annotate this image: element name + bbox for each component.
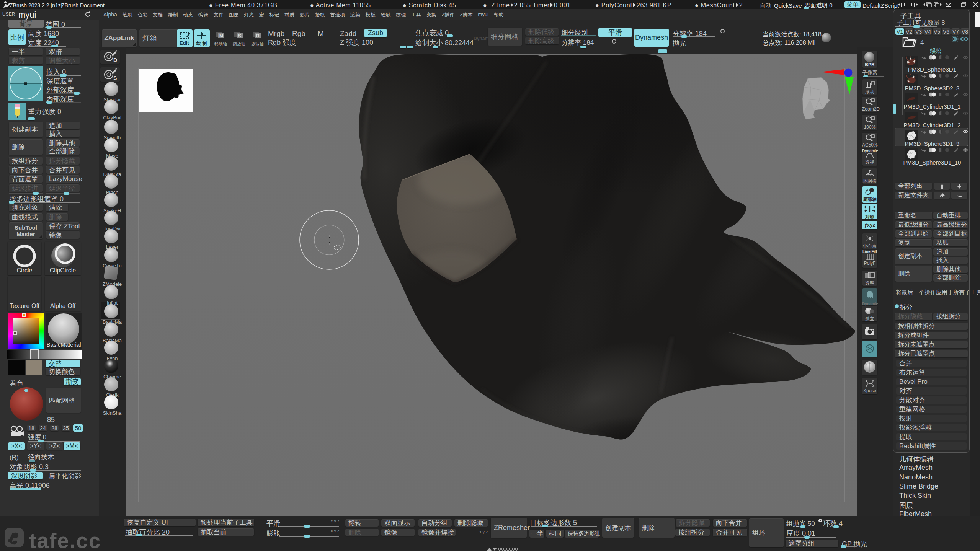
svg-text:M: M [219, 33, 223, 39]
svg-text:缩放轴: 缩放轴 [233, 42, 245, 46]
svg-text:S: S [113, 75, 117, 81]
svg-text:移动轴: 移动轴 [214, 42, 227, 46]
svg-text:R: R [256, 33, 260, 39]
svg-text:旋转轴: 旋转轴 [251, 42, 264, 46]
svg-text:D: D [113, 57, 117, 63]
svg-text:绘 制: 绘 制 [196, 41, 207, 46]
svg-text:Edit: Edit [180, 40, 189, 46]
svg-text:S: S [238, 33, 241, 39]
svg-text:Circle: Circle [17, 267, 33, 274]
svg-text:ClipCircle: ClipCircle [50, 267, 76, 274]
